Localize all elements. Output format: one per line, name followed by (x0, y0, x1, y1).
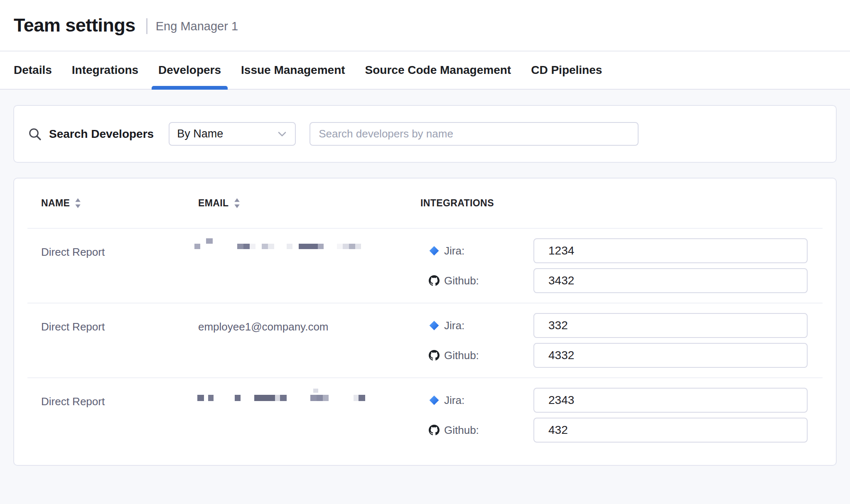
page-header: Team settings Eng Manager 1 (0, 0, 850, 51)
jira-id-input[interactable] (533, 238, 808, 263)
search-input[interactable] (310, 122, 639, 146)
name-cell: Direct Report (14, 303, 198, 377)
column-header-email[interactable]: EMAIL (198, 198, 420, 209)
search-filter-value: By Name (177, 127, 223, 140)
jira-field-row: Jira: (429, 388, 808, 413)
page-title: Team settings (14, 15, 135, 36)
table-header-row: NAME EMAIL INTEGRATI (14, 179, 836, 228)
developers-table: NAME EMAIL INTEGRATI (13, 178, 837, 466)
table-row: Direct Report Jira: (14, 228, 836, 303)
github-icon (429, 425, 440, 435)
jira-field-label: Jira: (429, 394, 533, 407)
github-field-row: Github: (429, 343, 808, 368)
email-cell (198, 377, 420, 452)
column-header-name[interactable]: NAME (41, 198, 198, 209)
developer-name: Direct Report (41, 246, 105, 258)
developer-name: Direct Report (41, 395, 105, 408)
integrations-cell: Jira: Github: (420, 377, 836, 452)
sort-icon[interactable] (234, 198, 240, 209)
jira-id-input[interactable] (533, 388, 808, 413)
table-row: Direct Report Jira: (14, 377, 836, 452)
tab-source-code-management[interactable]: Source Code Management (359, 51, 518, 89)
redacted-email (198, 303, 420, 377)
search-filter-select[interactable]: By Name (169, 122, 296, 146)
github-field-row: Github: (429, 268, 808, 293)
github-field-label: Github: (429, 274, 533, 287)
jira-field-label: Jira: (429, 319, 533, 332)
github-id-input[interactable] (533, 268, 808, 293)
tab-cd-pipelines[interactable]: CD Pipelines (524, 51, 609, 89)
tab-developers[interactable]: Developers (152, 51, 228, 89)
search-panel: Search Developers By Name (13, 105, 837, 163)
title-separator (146, 18, 147, 34)
jira-icon (429, 320, 440, 331)
email-cell (198, 228, 420, 303)
developer-name: Direct Report (41, 321, 105, 333)
jira-field-label: Jira: (429, 245, 533, 257)
redacted-email (198, 228, 420, 303)
jira-field-row: Jira: (429, 313, 808, 338)
github-id-input[interactable] (533, 343, 808, 368)
github-icon (429, 350, 440, 361)
page-subtitle: Eng Manager 1 (156, 20, 238, 33)
github-field-label: Github: (429, 349, 533, 362)
jira-field-row: Jira: (429, 238, 808, 263)
jira-icon (429, 395, 440, 406)
search-label: Search Developers (49, 127, 154, 141)
table-row: Direct Report employee1@company.com (14, 303, 836, 377)
name-cell: Direct Report (14, 377, 198, 452)
tab-bar: Details Integrations Developers Issue Ma… (0, 51, 850, 90)
github-field-row: Github: (429, 418, 808, 443)
tab-integrations[interactable]: Integrations (65, 51, 145, 89)
content-area: Search Developers By Name NAME (0, 90, 850, 466)
redacted-email (198, 377, 420, 452)
search-icon (28, 127, 42, 141)
chevron-down-icon (278, 131, 287, 137)
name-cell: Direct Report (14, 228, 198, 303)
github-field-label: Github: (429, 424, 533, 437)
column-header-integrations: INTEGRATIONS (420, 198, 836, 209)
github-id-input[interactable] (533, 418, 808, 443)
integrations-cell: Jira: Github: (420, 228, 836, 303)
jira-id-input[interactable] (533, 313, 808, 338)
jira-icon (429, 245, 440, 256)
github-icon (429, 275, 440, 286)
tab-details[interactable]: Details (7, 51, 59, 89)
email-cell: employee1@company.com (198, 303, 420, 377)
integrations-cell: Jira: Github: (420, 303, 836, 377)
sort-icon[interactable] (75, 198, 81, 209)
tab-issue-management[interactable]: Issue Management (234, 51, 352, 89)
